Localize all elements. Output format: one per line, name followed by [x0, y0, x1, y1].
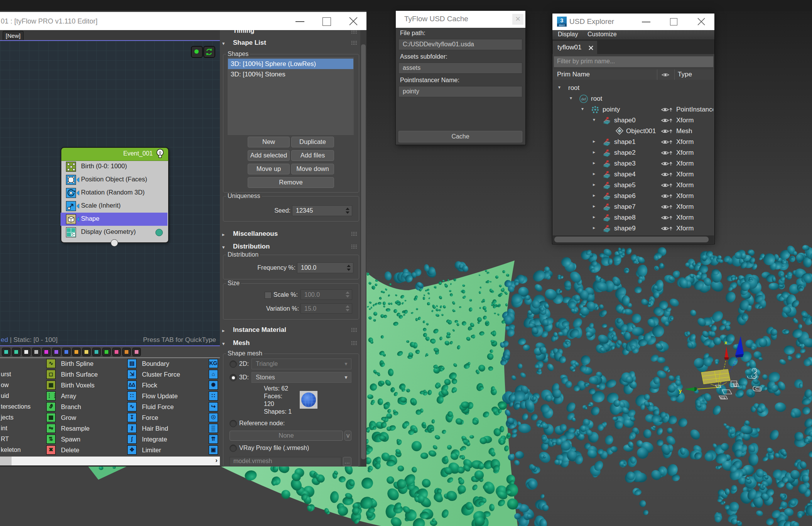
svg-text:def: def: [581, 97, 586, 101]
svg-text:x: x: [724, 340, 728, 345]
svg-text:MAX: MAX: [559, 24, 565, 27]
svg-text:y: y: [679, 388, 682, 394]
svg-text:3: 3: [560, 17, 564, 24]
